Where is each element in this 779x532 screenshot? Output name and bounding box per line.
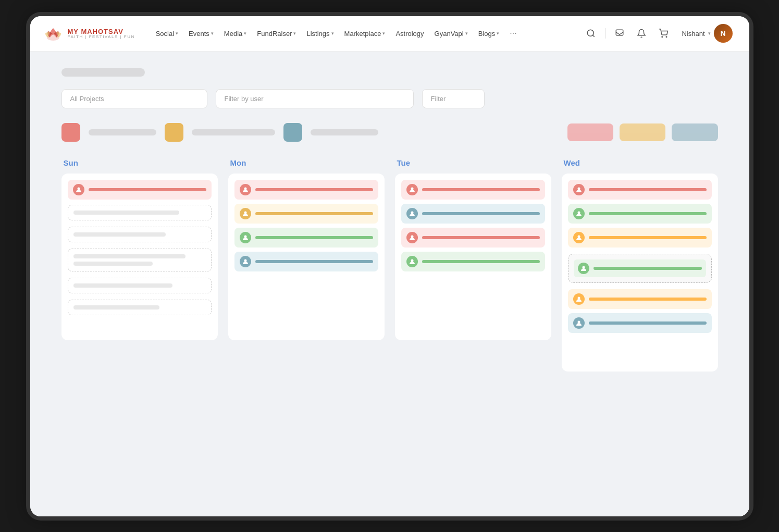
event-avatar [240,256,251,267]
event-mon-1[interactable] [234,180,378,200]
event-tue-4[interactable] [401,252,545,271]
event-wed-tooltip-1[interactable] [574,259,706,277]
event-avatar [578,263,589,274]
event-wed-1[interactable] [568,180,712,200]
cart-button[interactable] [656,26,671,41]
event-tue-2[interactable] [401,204,545,224]
nav-events[interactable]: Events ▾ [184,27,218,41]
event-bar [589,321,707,325]
user-name: Nishant [682,30,704,38]
event-bar [255,260,373,263]
event-avatar [573,293,585,305]
day-label-tue: Tue [395,158,551,167]
event-wed-2[interactable] [568,204,712,224]
project-filter-label: All Projects [70,95,104,103]
svg-point-16 [577,211,580,214]
svg-point-17 [577,235,580,238]
logo-icon [43,23,64,44]
messages-button[interactable] [612,26,627,41]
placeholder-block-3 [68,249,212,271]
svg-point-19 [577,296,580,299]
day-card-mon [228,174,385,340]
svg-point-18 [582,266,585,268]
nav-actions: Nishant ▾ N [583,22,736,45]
svg-point-14 [411,259,413,262]
user-chevron-icon: ▾ [708,31,711,36]
event-mon-4[interactable] [234,252,378,271]
event-avatar [240,232,251,243]
event-wed-extra-2[interactable] [568,313,712,333]
nav-fundraiser[interactable]: FundRaiser ▾ [253,27,300,41]
svg-point-1 [588,30,594,36]
nav-more-button[interactable]: ··· [505,26,521,41]
nav-media[interactable]: Media ▾ [220,27,251,41]
event-sun-1[interactable] [68,180,212,200]
user-filter-label: Filter by user [225,95,264,103]
svg-point-8 [244,211,246,214]
event-bar [255,212,373,215]
chevron-icon: ▾ [465,31,468,36]
legend-label-yellow [192,129,275,135]
event-bar [589,212,707,215]
event-tue-1[interactable] [401,180,545,200]
calendar-col-wed: Wed [562,158,718,372]
event-avatar [406,208,418,219]
nav-gyanvapi[interactable]: GyanVapi ▾ [430,27,472,41]
placeholder-block-1 [68,205,212,220]
navbar: MY MAHOTSAV FAITH | FESTIVALS | FUN Soci… [30,16,749,52]
nav-divider [605,28,605,39]
placeholder-block-4 [68,278,212,293]
legend-dot-teal [283,123,302,142]
notifications-button[interactable] [634,26,649,41]
event-bar [422,236,540,239]
legend-dot-yellow [165,123,183,142]
nav-listings[interactable]: Listings ▾ [302,27,338,41]
nav-marketplace[interactable]: Marketplace ▾ [340,27,390,41]
placeholder-block-5 [68,300,212,315]
event-bar [589,236,707,239]
user-filter[interactable]: Filter by user [216,89,414,108]
event-bar [89,188,206,191]
search-button[interactable] [583,26,599,41]
event-mon-2[interactable] [234,204,378,224]
event-bar [422,188,540,191]
event-tue-3[interactable] [401,228,545,248]
event-avatar [573,317,585,329]
wed-tooltip[interactable] [568,254,712,283]
event-avatar [573,232,585,243]
day-label-wed: Wed [562,158,718,167]
nav-blogs[interactable]: Blogs ▾ [474,27,504,41]
svg-point-4 [662,36,663,38]
event-wed-3[interactable] [568,228,712,248]
legend-tag-red[interactable] [567,123,613,141]
svg-point-5 [666,36,667,38]
svg-point-9 [244,235,246,238]
event-bar [593,267,702,270]
svg-point-10 [244,259,246,262]
page-title-placeholder [61,68,145,77]
nav-astrology[interactable]: Astrology [391,27,428,41]
placeholder-block-2 [68,227,212,242]
legend-tag-yellow[interactable] [620,123,665,141]
event-bar [255,236,373,239]
project-filter[interactable]: All Projects [61,89,207,108]
legend-tag-teal[interactable] [672,123,718,141]
svg-point-11 [411,187,413,190]
legend-tags [567,123,718,141]
legend-label-teal [311,129,378,135]
calendar-col-sun: Sun [61,158,218,372]
event-bar [422,260,540,263]
event-bar [422,212,540,215]
event-wed-extra-1[interactable] [568,289,712,309]
user-menu[interactable]: Nishant ▾ N [677,22,736,45]
filter-label: Filter [431,95,446,103]
event-avatar [573,208,585,219]
event-mon-3[interactable] [234,228,378,248]
legend-row [61,123,718,142]
chevron-icon: ▾ [382,31,385,36]
nav-social[interactable]: Social ▾ [152,27,182,41]
chevron-icon: ▾ [244,31,246,36]
event-bar [589,298,707,301]
filter-button[interactable]: Filter [422,89,485,108]
logo[interactable]: MY MAHOTSAV FAITH | FESTIVALS | FUN [43,23,135,44]
